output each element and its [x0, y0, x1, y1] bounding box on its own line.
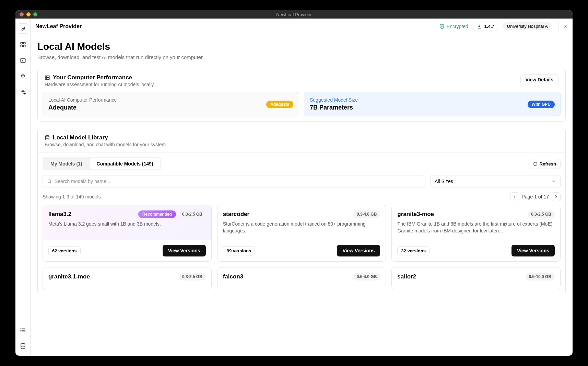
size-badge: 0.5-10.0 GB	[526, 273, 555, 281]
prev-page-button[interactable]	[510, 192, 519, 201]
version-text: 1.4.7	[484, 24, 494, 29]
model-description: StarCoder is a code generation model tra…	[223, 221, 380, 234]
traffic-lights	[20, 12, 37, 16]
svg-point-15	[46, 76, 46, 77]
window-title: NewLeaf Provider	[276, 12, 311, 17]
content-area: Local AI Models Browse, download, and te…	[31, 34, 573, 356]
sidebar-item-sparkle[interactable]	[18, 87, 28, 97]
svg-point-17	[46, 135, 49, 137]
titlebar: NewLeaf Provider	[15, 10, 573, 19]
pagination: Page 1 of 17	[510, 192, 561, 201]
svg-rect-3	[23, 45, 25, 47]
model-name: starcoder	[223, 211, 249, 218]
chevron-down-icon	[551, 179, 556, 184]
sidebar-item-list[interactable]	[18, 325, 28, 335]
svg-line-19	[50, 182, 51, 183]
svg-rect-1	[23, 42, 25, 44]
maximize-window-button[interactable]	[33, 12, 37, 16]
next-page-button[interactable]	[552, 192, 561, 201]
app-window: NewLeaf Provider	[15, 10, 573, 356]
view-versions-button[interactable]: View Versions	[337, 245, 380, 256]
size-badge: 0.5-4.0 GB	[353, 273, 380, 281]
model-card[interactable]: granite3-moe0.3-2.5 GBThe IBM Granite 1B…	[391, 205, 561, 262]
page-info: Page 1 of 17	[522, 194, 549, 199]
view-versions-button[interactable]: View Versions	[163, 245, 206, 256]
page-subtitle: Browse, download, and test AI models tha…	[37, 54, 566, 60]
adequate-badge: Adequate	[266, 101, 293, 108]
encrypted-label: Encrypted	[447, 24, 468, 29]
shield-icon	[439, 24, 445, 29]
sidebar-item-apps[interactable]	[18, 40, 28, 49]
chevron-right-icon	[554, 194, 558, 199]
minimize-window-button[interactable]	[26, 12, 31, 16]
size-badge: 0.3-2.5 GB	[528, 210, 555, 218]
performance-subtitle: Hardware assessment for running AI model…	[45, 82, 154, 87]
versions-count-badge: 99 versions	[223, 246, 255, 255]
model-description: The IBM Granite 1B and 3B models are the…	[397, 221, 555, 234]
tab-compatible-models[interactable]: Compatible Models (149)	[90, 158, 160, 169]
encrypted-indicator: Encrypted	[439, 24, 468, 29]
model-card[interactable]: granite3.1-moe0.3-2.5 GB	[43, 267, 212, 289]
model-card[interactable]: starcoder0.3-4.0 GBStarCoder is a code g…	[217, 205, 386, 262]
sidebar-item-plug[interactable]	[18, 71, 28, 81]
database-icon	[45, 135, 50, 140]
model-card[interactable]: sailor20.5-10.0 GB	[391, 267, 561, 289]
svg-point-9	[21, 330, 21, 331]
user-menu[interactable]	[558, 22, 568, 31]
svg-point-10	[21, 332, 21, 332]
svg-rect-2	[21, 45, 22, 47]
app-title: NewLeaf Provider	[35, 23, 82, 30]
search-input-wrap[interactable]	[43, 175, 425, 187]
sidebar	[15, 19, 31, 356]
svg-point-16	[46, 78, 46, 79]
size-filter-value: All Sizes	[435, 179, 453, 184]
perf-label: Local AI Computer Performance	[48, 97, 117, 103]
search-input[interactable]	[55, 179, 421, 184]
svg-point-12	[565, 25, 566, 26]
search-icon	[47, 179, 52, 184]
model-description: Meta's Llama 3.2 goes small with 1B and …	[48, 221, 206, 228]
hospital-badge[interactable]: University Hospital A	[503, 22, 552, 30]
size-badge: 0.3-4.0 GB	[353, 210, 380, 218]
showing-text: Showing 1-9 of 149 models	[43, 194, 101, 199]
svg-point-18	[48, 180, 50, 182]
model-card[interactable]: falcon30.5-4.0 GB	[217, 267, 386, 289]
perf-value: Adequate	[48, 104, 117, 111]
recommended-badge: Recommended	[138, 210, 176, 218]
model-name: granite3.1-moe	[48, 273, 90, 280]
refresh-button[interactable]: Refresh	[529, 159, 561, 169]
sidebar-item-terminal[interactable]	[18, 56, 28, 65]
download-icon	[477, 24, 482, 29]
refresh-icon	[533, 162, 538, 166]
version-badge[interactable]: 1.4.7	[473, 22, 498, 31]
model-name: llama3.2	[48, 211, 71, 218]
model-name: granite3-moe	[397, 211, 434, 218]
leaf-logo-icon[interactable]	[18, 23, 28, 34]
library-card: Local Model Library Browse, download, an…	[37, 128, 566, 294]
performance-title: Your Computer Performance	[53, 74, 132, 81]
view-versions-button[interactable]: View Versions	[511, 245, 555, 256]
refresh-label: Refresh	[540, 161, 556, 167]
tab-my-models[interactable]: My Models (1)	[44, 158, 89, 169]
svg-rect-4	[21, 58, 25, 62]
svg-rect-0	[21, 42, 22, 44]
suggested-label: Suggested Model Size	[310, 97, 358, 103]
size-filter-select[interactable]: All Sizes	[430, 175, 561, 187]
models-grid: llama3.2Recommended0.3-2.5 GBMeta's Llam…	[38, 205, 565, 294]
user-icon	[563, 23, 568, 30]
model-name: falcon3	[223, 273, 244, 280]
close-window-button[interactable]	[20, 12, 24, 16]
chevron-left-icon	[512, 194, 517, 199]
model-card[interactable]: llama3.2Recommended0.3-2.5 GBMeta's Llam…	[43, 205, 212, 262]
server-icon	[45, 75, 50, 80]
performance-card: Your Computer Performance Hardware asses…	[37, 68, 566, 122]
versions-count-badge: 32 versions	[397, 246, 430, 255]
sidebar-item-database[interactable]	[18, 341, 28, 351]
library-tabs: My Models (1) Compatible Models (149)	[43, 157, 161, 170]
svg-point-11	[21, 344, 25, 345]
gpu-badge: With GPU	[528, 101, 555, 108]
view-details-button[interactable]: View Details	[520, 74, 558, 85]
suggested-value: 7B Parameters	[310, 104, 358, 111]
library-subtitle: Browse, download, and chat with models f…	[45, 142, 166, 147]
versions-count-badge: 62 versions	[48, 246, 81, 255]
